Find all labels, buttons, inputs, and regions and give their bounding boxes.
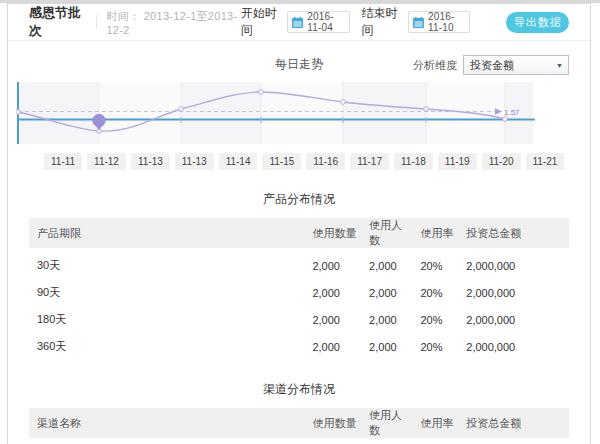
channel-section-title: 渠道分布情况 [8,381,590,398]
chart-header: 每日走势 分析维度 投资金额 ▼ [8,56,590,74]
table-cell: 2,000,000 [458,279,569,306]
table-row: 180天2,0002,00020%2,000,000 [29,306,569,333]
start-date-label: 开始时间 [241,5,282,39]
table-cell: 2,000 [361,252,412,279]
calendar-icon [413,17,424,28]
table-cell: 2,000 [361,279,412,306]
export-data-button[interactable]: 导出数据 [506,12,569,33]
table-row: 30天2,0002,00020%2,000,000 [29,252,569,279]
table-cell: 30天 [29,252,304,279]
table-cell: 2,000 [304,252,361,279]
table-cell: 20% [412,333,458,360]
dimension-selected-value: 投资金额 [470,58,514,73]
column-header: 使用人数 [361,408,412,438]
x-axis-date-chip[interactable]: 11-16 [306,153,345,170]
dimension-label: 分析维度 [413,58,457,73]
end-date-value: 2016-11-10 [428,11,465,33]
product-table-header-row: 产品期限使用数量使用人数使用率投资总金额 [29,218,569,248]
x-axis-date-chip[interactable]: 11-13 [131,153,170,170]
table-cell: 360天 [29,333,304,360]
table-cell: 2,000,000 [458,252,569,279]
x-axis-date-chip[interactable]: 11-11 [44,153,82,170]
daily-trend-chart: 1.57 [16,82,561,144]
column-header: 使用率 [412,408,458,438]
table-cell: 2,000 [304,306,361,333]
table-cell: 180天 [29,306,304,333]
column-header: 使用数量 [304,408,361,438]
table-cell: 2,000,000 [458,333,569,360]
dimension-control: 分析维度 投资金额 ▼ [413,55,569,75]
table-cell: 20% [412,252,458,279]
x-axis-date-chip[interactable]: 11-15 [262,153,301,170]
start-date-input[interactable]: 2016-11-04 [287,11,349,33]
table-cell: 20% [412,306,458,333]
table-cell: 20% [412,279,458,306]
dashboard-card: 感恩节批次 时间： 2013-12-1至2013-12-2 开始时间 2016-… [7,3,591,444]
column-header: 渠道名称 [29,408,304,438]
x-axis-date-chip[interactable]: 11-12 [87,153,126,170]
table-cell: 90天 [29,279,304,306]
table-cell: 2,000 [304,279,361,306]
page-title: 感恩节批次 [29,4,86,40]
column-header: 产品期限 [29,218,304,248]
x-axis-date-chip[interactable]: 11-17 [350,153,389,170]
x-axis-date-chip[interactable]: 11-18 [394,153,433,170]
column-header: 投资总金额 [458,218,569,248]
dimension-select[interactable]: 投资金额 ▼ [463,55,569,75]
channel-table: 渠道名称使用数量使用人数使用率投资总金额 渠道12,0002,00020%2,0… [29,408,569,444]
product-table: 产品期限使用数量使用人数使用率投资总金额 30天2,0002,00020%2,0… [29,218,569,360]
column-header: 使用数量 [304,218,361,248]
table-row: 360天2,0002,00020%2,000,000 [29,333,569,360]
table-cell: 2,000 [361,333,412,360]
batch-time-range: 时间： 2013-12-1至2013-12-2 [106,9,240,36]
column-header: 使用率 [412,218,458,248]
start-date-value: 2016-11-04 [307,11,344,33]
x-axis-labels: 11-1111-1211-1311-1311-1411-1511-1611-17… [44,153,590,170]
table-cell: 2,000,000 [458,306,569,333]
end-date-label: 结束时间 [362,5,403,39]
x-axis-date-chip[interactable]: 11-19 [438,153,477,170]
end-date-input[interactable]: 2016-11-10 [408,11,470,33]
x-axis-date-chip[interactable]: 11-21 [526,153,565,170]
x-axis-date-chip[interactable]: 11-13 [175,153,214,170]
reference-value-label: 1.57 [504,108,520,117]
column-header: 使用人数 [361,218,412,248]
channel-table-header-row: 渠道名称使用数量使用人数使用率投资总金额 [29,408,569,438]
calendar-icon [292,17,303,28]
table-row: 90天2,0002,00020%2,000,000 [29,279,569,306]
x-axis-date-chip[interactable]: 11-14 [219,153,258,170]
header-bar: 感恩节批次 时间： 2013-12-1至2013-12-2 开始时间 2016-… [8,4,590,41]
product-section-title: 产品分布情况 [8,191,590,208]
table-cell: 2,000 [304,333,361,360]
chevron-down-icon: ▼ [556,62,563,69]
table-cell: 2,000 [361,306,412,333]
x-axis-date-chip[interactable]: 11-20 [482,153,521,170]
column-header: 投资总金额 [458,408,569,438]
date-filter-group: 开始时间 2016-11-04 结束时间 [241,5,471,39]
header-divider [96,15,97,29]
